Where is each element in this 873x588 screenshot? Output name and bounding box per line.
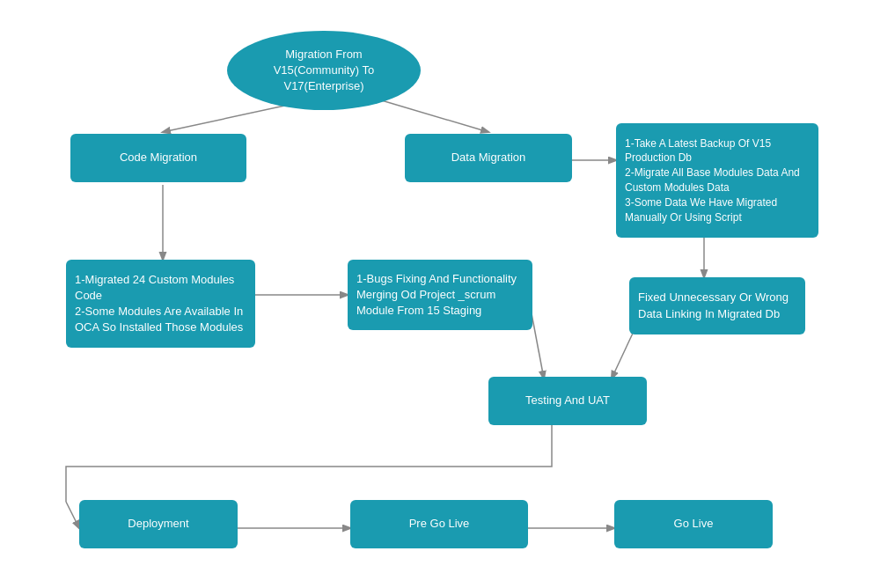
- svg-line-8: [66, 502, 79, 528]
- backup-detail-node: 1-Take A Latest Backup Of V15 Production…: [616, 123, 818, 238]
- backup-detail-label: 1-Take A Latest Backup Of V15 Production…: [625, 136, 810, 225]
- data-migration-node: Data Migration: [405, 134, 572, 182]
- code-detail-label: 1-Migrated 24 Custom Modules Code 2-Some…: [75, 272, 246, 336]
- pre-go-live-node: Pre Go Live: [350, 500, 528, 548]
- root-label: Migration From V15(Community) To V17(Ent…: [274, 47, 375, 95]
- bugs-fix-node: 1-Bugs Fixing And Functionality Merging …: [348, 260, 532, 330]
- fixed-data-node: Fixed Unnecessary Or Wrong Data Linking …: [629, 277, 805, 334]
- pre-go-live-label: Pre Go Live: [409, 516, 470, 532]
- code-migration-node: Code Migration: [70, 134, 246, 182]
- root-node: Migration From V15(Community) To V17(Ent…: [227, 31, 421, 110]
- deployment-label: Deployment: [128, 516, 188, 532]
- deployment-node: Deployment: [79, 500, 238, 548]
- code-detail-node: 1-Migrated 24 Custom Modules Code 2-Some…: [66, 260, 255, 348]
- go-live-node: Go Live: [614, 500, 773, 548]
- fixed-data-label: Fixed Unnecessary Or Wrong Data Linking …: [638, 290, 796, 321]
- testing-uat-label: Testing And UAT: [525, 393, 610, 408]
- code-migration-label: Code Migration: [120, 150, 197, 165]
- diagram: Migration From V15(Community) To V17(Ent…: [0, 0, 873, 588]
- svg-line-1: [370, 97, 488, 132]
- testing-uat-node: Testing And UAT: [488, 377, 647, 425]
- go-live-label: Go Live: [674, 516, 714, 532]
- bugs-fix-label: 1-Bugs Fixing And Functionality Merging …: [356, 271, 524, 320]
- data-migration-label: Data Migration: [451, 150, 526, 165]
